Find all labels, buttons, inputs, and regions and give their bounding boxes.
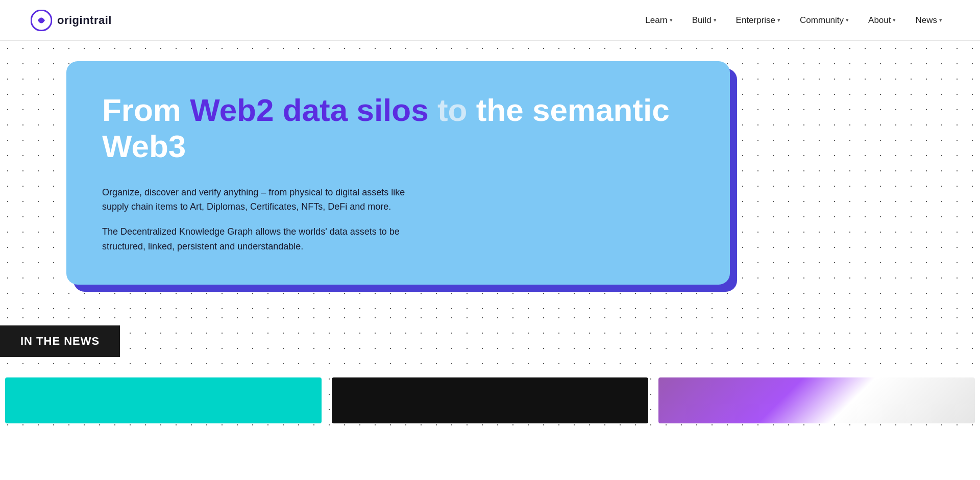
header: origintrail Learn ▾ Build ▾ Enterprise ▾… xyxy=(0,0,980,41)
news-label-wrapper: IN THE NEWS xyxy=(0,325,120,357)
hero-title: From Web2 data silos to the semantic Web… xyxy=(102,92,694,165)
logo[interactable]: origintrail xyxy=(31,10,112,31)
news-card-2[interactable] xyxy=(332,377,648,423)
chevron-down-icon: ▾ xyxy=(714,17,717,23)
news-label: IN THE NEWS xyxy=(20,335,100,347)
nav-item-enterprise[interactable]: Enterprise ▾ xyxy=(729,11,788,30)
chevron-down-icon: ▾ xyxy=(893,17,896,23)
main-nav: Learn ▾ Build ▾ Enterprise ▾ Community ▾… xyxy=(638,11,949,30)
hero-description-1: Organize, discover and verify anything –… xyxy=(102,185,408,215)
nav-item-about[interactable]: About ▾ xyxy=(861,11,903,30)
logo-text: origintrail xyxy=(57,14,112,27)
news-section: IN THE NEWS xyxy=(0,310,980,434)
logo-icon xyxy=(31,10,52,31)
hero-card: From Web2 data silos to the semantic Web… xyxy=(66,61,730,285)
chevron-down-icon: ▾ xyxy=(670,17,673,23)
svg-point-1 xyxy=(39,18,43,22)
hero-section: From Web2 data silos to the semantic Web… xyxy=(0,41,980,310)
hero-description-2: The Decentralized Knowledge Graph allows… xyxy=(102,224,419,254)
nav-item-build[interactable]: Build ▾ xyxy=(685,11,724,30)
news-cards-row xyxy=(0,367,980,423)
hero-card-wrapper: From Web2 data silos to the semantic Web… xyxy=(66,61,730,285)
news-card-1[interactable] xyxy=(5,377,322,423)
news-card-3[interactable] xyxy=(658,377,975,423)
chevron-down-icon: ▾ xyxy=(777,17,780,23)
nav-item-learn[interactable]: Learn ▾ xyxy=(638,11,679,30)
nav-item-news[interactable]: News ▾ xyxy=(908,11,949,30)
chevron-down-icon: ▾ xyxy=(939,17,942,23)
nav-item-community[interactable]: Community ▾ xyxy=(793,11,856,30)
chevron-down-icon: ▾ xyxy=(846,17,849,23)
